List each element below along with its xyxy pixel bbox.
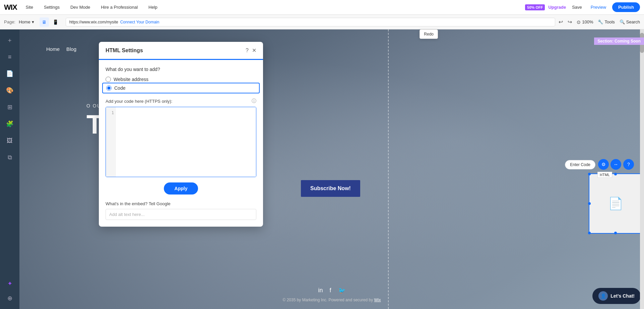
radio-group: Website address Code (106, 77, 256, 91)
section-label: Section: Coming Soon (594, 37, 644, 45)
sidebar-apps-icon[interactable]: ⊞ (2, 100, 17, 114)
top-bar: WIX Site Settings Dev Mode Hire a Profes… (0, 0, 644, 15)
menu-site[interactable]: Site (24, 3, 35, 11)
page-label: Page: (4, 19, 15, 24)
info-icon[interactable]: ⓘ (252, 98, 256, 104)
resize-arrow-button[interactable]: ↔ (610, 159, 621, 170)
resize-handle-tl[interactable] (588, 173, 591, 175)
topbar-right: 50% OFF Upgrade Save Preview Publish (525, 2, 640, 12)
linkedin-icon[interactable]: in (318, 287, 323, 294)
html-widget-icon: 📄 (608, 197, 623, 211)
enter-code-button[interactable]: Enter Code (565, 160, 595, 169)
modal-close-button[interactable]: ✕ (252, 47, 256, 54)
sidebar-paint-icon[interactable]: 🎨 (2, 83, 17, 98)
html-widget-label: HTML (597, 172, 612, 178)
address-bar-right: ↩ ↪ ⊙ 100% 🔧 Tools 🔍 Search (559, 19, 640, 25)
zoom-ring-icon: ⊙ (577, 19, 581, 25)
radio-code-label: Code (114, 85, 125, 91)
sidebar-stack-icon[interactable]: ⊕ (2, 291, 17, 306)
modal-header: HTML Settings ? ✕ (99, 42, 263, 60)
chat-avatar: 👤 (598, 291, 608, 301)
modal-body: What do you want to add? Website address… (99, 60, 263, 201)
dashed-boundary-line (388, 29, 389, 309)
chevron-down-icon: ▾ (32, 19, 34, 24)
sidebar-media-icon[interactable]: 🖼 (2, 133, 17, 148)
footer-wix-link[interactable]: Wix (374, 298, 381, 302)
help-button[interactable]: ? (623, 159, 634, 170)
code-label: Add your code here (HTTPS only): ⓘ (106, 98, 256, 104)
twitter-icon[interactable]: 🐦 (338, 287, 345, 294)
lets-chat-button[interactable]: 👤 Let's Chat! (592, 288, 641, 304)
sidebar-add-icon[interactable]: ＋ (2, 33, 17, 48)
sidebar-bottom: ✦ ⊕ (2, 276, 17, 306)
footer-text: © 2035 by Marketing Inc. Powered and sec… (282, 298, 381, 302)
address-bar: Page: Home ▾ 🖥 📱 https://www.wix.com/mys… (0, 15, 644, 29)
sidebar-ai-icon[interactable]: ✦ (2, 276, 17, 291)
radio-website-input[interactable] (106, 77, 111, 82)
modal-header-icons: ? ✕ (246, 47, 256, 54)
sidebar-pages-icon[interactable]: ⧉ (2, 150, 17, 165)
lets-chat-label: Let's Chat! (610, 293, 635, 299)
tools-button[interactable]: 🔧 Tools (598, 19, 615, 24)
modal-help-button[interactable]: ? (246, 48, 249, 54)
gear-settings-button[interactable]: ⚙ (598, 159, 609, 170)
html-settings-modal: HTML Settings ? ✕ What do you want to ad… (99, 42, 263, 227)
search-button[interactable]: 🔍 Search (620, 19, 640, 24)
wix-logo[interactable]: WIX (4, 3, 17, 12)
left-sidebar: ＋ ≡ 📄 🎨 ⊞ 🧩 🖼 ⧉ ✦ ⊕ (0, 29, 19, 309)
url-text: https://www.wix.com/mysite (69, 20, 118, 24)
menu-hire[interactable]: Hire a Professional (99, 3, 140, 11)
resize-handle-ml[interactable] (588, 202, 591, 205)
code-textarea[interactable] (116, 107, 256, 177)
search-icon: 🔍 (620, 19, 625, 24)
preview-button[interactable]: Preview (588, 3, 609, 11)
facebook-icon[interactable]: f (330, 287, 331, 294)
social-icons: in f 🐦 (318, 287, 345, 294)
radio-code-input[interactable] (106, 85, 112, 91)
alt-text-question: What's in the embed? Tell Google (106, 201, 256, 206)
save-button[interactable]: Save (569, 3, 585, 11)
url-bar: https://www.wix.com/mysite Connect Your … (66, 18, 556, 26)
zoom-level: 100% (582, 19, 593, 24)
device-icons: 🖥 📱 (40, 17, 60, 27)
alt-text-section: What's in the embed? Tell Google (99, 201, 263, 227)
subscribe-button[interactable]: Subscribe Now! (301, 180, 360, 197)
alt-text-input[interactable] (106, 209, 256, 220)
footer: in f 🐦 © 2035 by Marketing Inc. Powered … (19, 287, 644, 302)
publish-button[interactable]: Publish (612, 2, 640, 12)
redo-tooltip: Redo (420, 29, 438, 39)
page-name: Home (19, 19, 30, 24)
nav-home[interactable]: Home (46, 46, 60, 52)
radio-website-address[interactable]: Website address (106, 77, 256, 82)
resize-handle-tc[interactable] (614, 173, 617, 175)
modal-title: HTML Settings (106, 48, 143, 54)
mobile-icon[interactable]: 📱 (51, 17, 60, 27)
upgrade-button[interactable]: Upgrade (548, 5, 566, 10)
undo-icon[interactable]: ↩ (559, 19, 563, 25)
redo-icon[interactable]: ↪ (568, 19, 572, 25)
code-editor: 1 (106, 107, 256, 177)
sidebar-layers-icon[interactable]: ≡ (2, 50, 17, 64)
sidebar-puzzle-icon[interactable]: 🧩 (2, 117, 17, 131)
resize-handle-bl[interactable] (588, 232, 591, 234)
menu-help[interactable]: Help (146, 3, 159, 11)
modal-question: What do you want to add? (106, 67, 256, 72)
tools-icon: 🔧 (598, 19, 603, 24)
sidebar-blog-icon[interactable]: 📄 (2, 66, 17, 81)
menu-devmode[interactable]: Dev Mode (68, 3, 92, 11)
html-widget[interactable]: 📄 (589, 173, 642, 234)
menu-settings[interactable]: Settings (42, 3, 62, 11)
line-numbers: 1 (106, 107, 116, 177)
radio-website-label: Website address (114, 77, 148, 82)
apply-button[interactable]: Apply (164, 182, 198, 195)
connect-domain-link[interactable]: Connect Your Domain (120, 20, 159, 24)
canvas-nav: Home Blog (46, 46, 76, 52)
discount-badge: 50% OFF (525, 4, 545, 10)
desktop-icon[interactable]: 🖥 (40, 17, 49, 27)
nav-blog[interactable]: Blog (66, 46, 76, 52)
scrollbar[interactable] (640, 29, 644, 309)
resize-handle-bc[interactable] (614, 232, 617, 234)
radio-code[interactable]: Code (102, 83, 260, 93)
page-dropdown[interactable]: Home ▾ (19, 19, 34, 24)
zoom-indicator: ⊙ 100% (577, 19, 593, 25)
